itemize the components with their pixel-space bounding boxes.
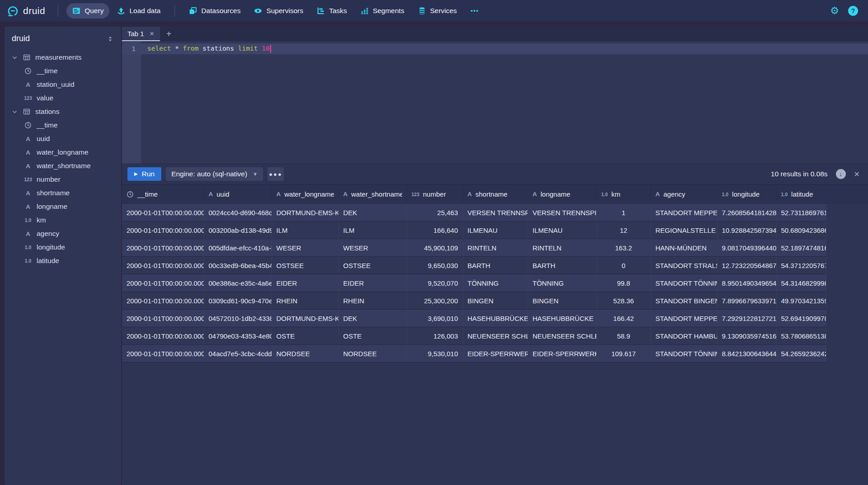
nav-item-datasources[interactable]: Datasources [183,3,246,19]
cell-agency[interactable]: STANDORT BINGEN [651,292,717,310]
cell-water_longname[interactable]: OSTSEE [272,257,338,274]
cell-water_longname[interactable]: EIDER [272,274,338,292]
tree-column-item[interactable]: Awater_longname [5,146,121,159]
cell-shortname[interactable]: VERSEN TRENNSPITZE [463,204,528,221]
cell-shortname[interactable]: TÖNNING [463,274,528,292]
cell-longname[interactable]: RINTELN [528,239,596,257]
cell-longitude[interactable]: 7.26085641814281 [717,204,776,221]
nav-item-tasks[interactable]: Tasks [311,3,353,19]
cell-__time[interactable]: 2000-01-01T00:00:00.000Z [122,221,204,239]
cell-longitude[interactable]: 9.13090359745161 [717,327,776,345]
cell-shortname[interactable]: HASEHUBBRÜCKE [463,310,528,327]
cell-uuid[interactable]: 003200ab-d138-49d9- [204,221,272,239]
run-more-button[interactable]: ●●● [267,167,284,181]
cell-km[interactable]: 163.2 [596,239,651,257]
cell-longitude[interactable]: 9.08170493964401 [717,239,776,257]
cell-number[interactable]: 166,640 [407,221,463,239]
cell-water_longname[interactable]: DORTMUND-EMS-KANAL [272,204,338,221]
druid-logo[interactable]: druid [7,5,45,17]
cell-number[interactable]: 25,463 [407,204,463,221]
cell-latitude[interactable]: 52.1897474816781 [776,239,826,257]
cell-__time[interactable]: 2000-01-01T00:00:00.000Z [122,274,204,292]
nav-more-button[interactable] [464,3,484,19]
chevron-down-icon[interactable] [12,109,18,115]
cell-__time[interactable]: 2000-01-01T00:00:00.000Z [122,239,204,257]
nav-item-supervisors[interactable]: Supervisors [248,3,309,19]
engine-select[interactable]: Engine: auto (sql-native) ▼ [166,167,263,181]
cell-number[interactable]: 3,690,010 [407,310,463,327]
cell-number[interactable]: 9,650,030 [407,257,463,274]
nav-item-segments[interactable]: Segments [355,3,410,19]
cell-__time[interactable]: 2000-01-01T00:00:00.000Z [122,257,204,274]
cell-__time[interactable]: 2000-01-01T00:00:00.000Z [122,345,204,363]
cell-longitude[interactable]: 10.9288425873941 [717,221,776,239]
cell-water_shortname[interactable]: ILM [338,221,407,239]
cell-uuid[interactable]: 00e386ac-e35c-4a6e- [204,274,272,292]
column-header-latitude[interactable]: 1.0latitude [776,185,826,204]
cell-uuid[interactable]: 0309cd61-90c9-470e- [204,292,272,310]
cell-km[interactable]: 528.36 [596,292,651,310]
cell-water_longname[interactable]: DORTMUND-EMS-KANAL [272,310,338,327]
tree-column-item[interactable]: Awater_shortname [5,159,121,173]
cell-water_shortname[interactable]: WESER [338,239,407,257]
cell-shortname[interactable]: NEUENSEER SCHLEUSE [463,327,528,345]
cell-agency[interactable]: STANDORT MEPPEN [651,204,717,221]
download-icon[interactable]: ↓ [836,169,846,179]
cell-longname[interactable]: VERSEN TRENNSPITZE [528,204,596,221]
cell-__time[interactable]: 2000-01-01T00:00:00.000Z [122,292,204,310]
column-header-longitude[interactable]: 1.0longitude [717,185,776,204]
cell-uuid[interactable]: 0024cc40-d690-468d- [204,204,272,221]
cell-__time[interactable]: 2000-01-01T00:00:00.000Z [122,204,204,221]
cell-longname[interactable]: TÖNNING [528,274,596,292]
cell-latitude[interactable]: 54.3146829998451 [776,274,826,292]
cell-agency[interactable]: STANDORT STRALSUND [651,257,717,274]
cell-number[interactable]: 25,300,200 [407,292,463,310]
cell-km[interactable]: 58.9 [596,327,651,345]
cell-uuid[interactable]: 04572010-1db2-4338- [204,310,272,327]
chevron-down-icon[interactable] [12,55,18,61]
nav-item-services[interactable]: Services [412,3,463,19]
tree-column-item[interactable]: Astation_uuid [5,78,121,91]
cell-longitude[interactable]: 8.95014903496541 [717,274,776,292]
cell-number[interactable]: 126,003 [407,327,463,345]
cell-water_longname[interactable]: OSTE [272,327,338,345]
cell-km[interactable]: 109.617 [596,345,651,363]
tree-column-item[interactable]: 1.0km [5,213,121,227]
tree-column-item[interactable]: 1.0longitude [5,240,121,254]
cell-shortname[interactable]: RINTELN [463,239,528,257]
cell-__time[interactable]: 2000-01-01T00:00:00.000Z [122,327,204,345]
cell-longname[interactable]: NEUENSEER SCHLEUSE [528,327,596,345]
tree-column-item[interactable]: __time [5,118,121,132]
cell-km[interactable]: 166.42 [596,310,651,327]
tree-column-item[interactable]: Alongname [5,200,121,213]
cell-longname[interactable]: ILMENAU [528,221,596,239]
sql-editor[interactable]: 1 select * from stations limit 10 [122,41,868,164]
cell-water_longname[interactable]: RHEIN [272,292,338,310]
tree-column-item[interactable]: 123value [5,91,121,105]
tree-column-item[interactable]: Ashortname [5,186,121,200]
cell-water_longname[interactable]: NORDSEE [272,345,338,363]
cell-agency[interactable]: STANDORT HAMBURG [651,327,717,345]
cell-water_shortname[interactable]: RHEIN [338,292,407,310]
cell-km[interactable]: 99.8 [596,274,651,292]
cell-agency[interactable]: STANDORT MEPPEN [651,310,717,327]
tree-column-item[interactable]: 1.0latitude [5,254,121,268]
cell-water_longname[interactable]: ILM [272,221,338,239]
cell-latitude[interactable]: 54.2659236242161 [776,345,826,363]
cell-shortname[interactable]: ILMENAU [463,221,528,239]
nav-item-load-data[interactable]: Load data [111,3,166,19]
cell-agency[interactable]: HANN-MÜNDEN [651,239,717,257]
cell-__time[interactable]: 2000-01-01T00:00:00.000Z [122,310,204,327]
cell-water_shortname[interactable]: OSTSEE [338,257,407,274]
cell-number[interactable]: 9,530,010 [407,345,463,363]
cell-longitude[interactable]: 8.84213006436441 [717,345,776,363]
tree-column-item[interactable]: 123number [5,173,121,186]
cell-number[interactable]: 9,520,070 [407,274,463,292]
cell-water_longname[interactable]: WESER [272,239,338,257]
cell-latitude[interactable]: 50.6809423686971 [776,221,826,239]
column-header-number[interactable]: 123number [407,185,463,204]
run-button[interactable]: ▶ Run [127,167,161,181]
cell-uuid[interactable]: 005dfdae-efcc-410a-b [204,239,272,257]
cell-number[interactable]: 45,900,109 [407,239,463,257]
cell-water_shortname[interactable]: DEK [338,204,407,221]
